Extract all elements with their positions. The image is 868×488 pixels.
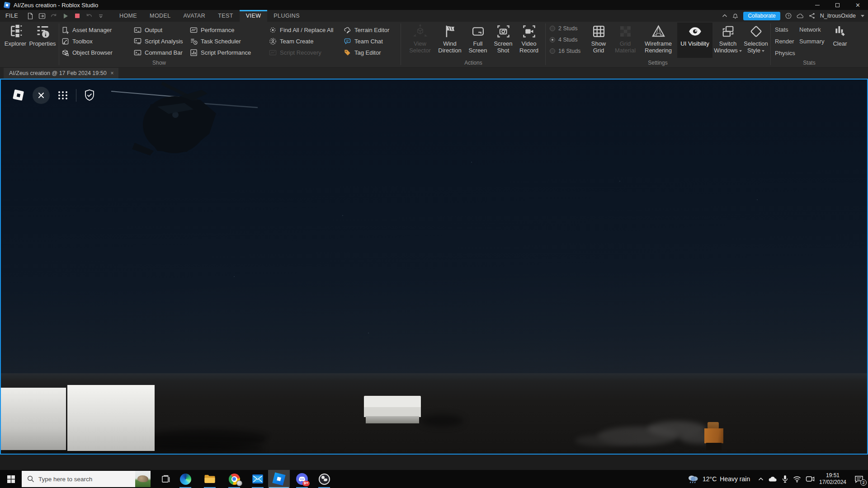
notifications-bell-icon[interactable]	[732, 13, 738, 19]
edge-icon	[180, 474, 191, 485]
ribbon-physics-toggle[interactable]: Physics	[775, 50, 795, 56]
action-center[interactable]: 2	[851, 470, 867, 488]
star-particle	[368, 333, 369, 333]
search-placeholder: Type here to search	[38, 476, 92, 483]
roblox-game-logo-icon[interactable]	[12, 88, 25, 103]
minimize-button[interactable]	[807, 0, 827, 10]
tab-avatar[interactable]: AVATAR	[177, 10, 212, 22]
ribbon-explorer[interactable]: Explorer	[4, 23, 27, 58]
user-dropdown-icon[interactable]	[861, 15, 864, 17]
ribbon-performance[interactable]: Performance	[190, 25, 234, 35]
3d-viewport[interactable]	[0, 79, 868, 455]
tray-onedrive[interactable]	[767, 470, 778, 488]
clear-stats-icon	[833, 24, 848, 39]
weather-widget[interactable]: 12°C Heavy rain	[687, 470, 755, 488]
asset-manager-icon	[61, 26, 69, 34]
couch-shadow	[420, 415, 463, 427]
maximize-button[interactable]	[827, 0, 848, 10]
tray-microphone[interactable]	[779, 470, 790, 488]
taskbar-search[interactable]: Type here to search	[22, 471, 151, 487]
search-highlight-image[interactable]	[135, 471, 151, 487]
star-particle	[234, 276, 235, 277]
taskbar-mail[interactable]	[247, 470, 269, 488]
task-view-button[interactable]	[156, 470, 176, 488]
ribbon-tag-editor[interactable]: Tag Editor	[344, 47, 381, 57]
apps-grid-icon[interactable]	[57, 89, 69, 101]
open-file-icon[interactable]	[36, 10, 48, 22]
weather-temp: 12°C	[703, 475, 717, 483]
document-tab[interactable]: AI/Zeus creation @ 17 Feb 2024 19:50 ×	[4, 68, 118, 79]
play-icon[interactable]	[60, 10, 71, 22]
ribbon-divider	[770, 23, 771, 65]
start-button[interactable]	[0, 470, 22, 488]
ribbon-full-screen[interactable]: Full Screen	[466, 23, 490, 58]
ribbon-team-create[interactable]: Team Create	[269, 36, 313, 46]
ribbon-video-record[interactable]: Video Record	[516, 23, 542, 58]
ribbon-asset-manager[interactable]: Asset Manager	[61, 25, 112, 35]
ribbon-script-analysis[interactable]: Script Analysis	[134, 36, 183, 46]
shield-check-icon[interactable]	[84, 89, 95, 102]
tab-view[interactable]: VIEW	[240, 10, 268, 22]
ribbon-command-bar[interactable]: Command Bar	[134, 47, 183, 57]
file-menu[interactable]: FILE	[0, 13, 24, 19]
tab-model[interactable]: MODEL	[143, 10, 177, 22]
ribbon-object-browser[interactable]: Object Browser	[61, 47, 113, 57]
ribbon-summary-toggle[interactable]: Summary	[799, 38, 825, 45]
quick-access-dropdown-icon[interactable]	[95, 10, 107, 22]
help-icon[interactable]	[785, 13, 792, 19]
chevron-up-icon[interactable]	[722, 14, 727, 18]
ribbon-screen-shot[interactable]: Screen Shot	[491, 23, 515, 58]
ribbon-show-grid[interactable]: Show Grid	[586, 23, 611, 58]
roblox-studio-window: AI/Zeus creation - Roblox Studio ✕ FILE	[0, 0, 868, 488]
document-tab-close-icon[interactable]: ×	[111, 70, 114, 76]
label: Team Create	[280, 38, 313, 45]
avatar-torso	[704, 428, 723, 443]
close-button[interactable]: ✕	[848, 0, 868, 10]
taskbar-chrome[interactable]	[223, 470, 245, 488]
taskbar-obs[interactable]	[313, 470, 335, 488]
share-icon[interactable]	[809, 13, 815, 19]
close-game-menu-button[interactable]	[33, 87, 50, 104]
ribbon-script-performance[interactable]: Script Performance	[190, 47, 251, 57]
ribbon-wireframe-rendering[interactable]: Wireframe Rendering	[640, 23, 676, 58]
username[interactable]: N_itrousOxide	[820, 13, 856, 19]
ribbon-properties[interactable]: Properties	[28, 23, 57, 58]
ribbon-wind-direction[interactable]: Wind Direction	[436, 23, 464, 58]
white-building-1	[1, 388, 66, 450]
ribbon-stats-toggle[interactable]: Stats	[775, 26, 788, 33]
tray-meet-now[interactable]	[804, 470, 816, 488]
tab-home[interactable]: HOME	[113, 10, 143, 22]
ribbon-find-all-replace-all[interactable]: Find All / Replace All	[269, 25, 334, 35]
ribbon-toolbox[interactable]: Toolbox	[61, 36, 93, 46]
taskbar-discord[interactable]: 9+	[291, 470, 313, 488]
taskbar-edge[interactable]	[175, 470, 196, 488]
clock[interactable]: 19:51 17/02/2024	[817, 470, 848, 488]
ribbon-ui-visibility[interactable]: UI Visibility	[677, 23, 712, 58]
tray-network[interactable]	[791, 470, 803, 488]
taskbar-file-explorer[interactable]	[199, 470, 221, 488]
ribbon-terrain-editor[interactable]: Terrain Editor	[344, 25, 389, 35]
stud-option-4[interactable]: 4 Studs	[550, 37, 577, 43]
ribbon-team-chat[interactable]: Team Chat	[344, 36, 383, 46]
redo-icon[interactable]	[48, 10, 60, 22]
tray-chevron-up[interactable]	[756, 470, 766, 488]
ribbon-task-scheduler[interactable]: Task Scheduler	[190, 36, 241, 46]
performance-icon	[190, 26, 198, 34]
ribbon-switch-windows[interactable]: Switch Windows	[713, 23, 742, 58]
stud-option-16[interactable]: 16 Studs	[550, 48, 580, 54]
ribbon-selection-style[interactable]: Selection Style	[743, 23, 769, 58]
undo-icon[interactable]	[83, 10, 95, 22]
cloud-icon[interactable]	[797, 13, 804, 19]
ribbon-clear-stats[interactable]: Clear	[828, 23, 852, 58]
ribbon-render-toggle[interactable]: Render	[775, 38, 794, 45]
tab-plugins[interactable]: PLUGINS	[267, 10, 306, 22]
collaborate-button[interactable]: Collaborate	[743, 12, 780, 20]
tab-test[interactable]: TEST	[212, 10, 240, 22]
new-file-icon[interactable]	[24, 10, 36, 22]
window-title: AI/Zeus creation - Roblox Studio	[14, 2, 98, 9]
ribbon-output[interactable]: Output	[134, 25, 162, 35]
stud-option-2[interactable]: 2 Studs	[550, 25, 577, 32]
ribbon-network-toggle[interactable]: Network	[799, 26, 821, 33]
taskbar-roblox-studio[interactable]	[268, 470, 290, 488]
stop-icon[interactable]	[71, 10, 83, 22]
